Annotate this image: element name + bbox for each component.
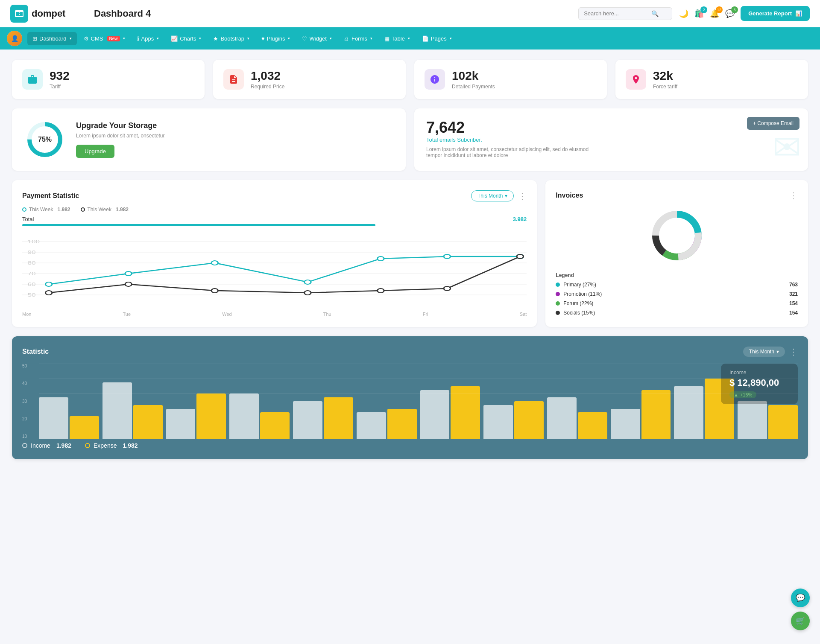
chevron-down-icon: ▾ [776, 349, 779, 355]
legend-promotion: Promotion (11%) 321 [556, 291, 798, 297]
legend-item-1: This Week 1.982 [22, 207, 70, 213]
svg-point-15 [125, 271, 132, 276]
generate-report-button[interactable]: Generate Report 📊 [741, 6, 810, 21]
bar-group [166, 393, 226, 439]
nav-item-bootstrap[interactable]: ★ Bootstrap ▾ [208, 32, 255, 45]
moon-icon[interactable]: 🌙 [679, 9, 688, 18]
legend-dot-dark [81, 207, 85, 212]
nav-item-widget[interactable]: ♡ Widget ▾ [297, 32, 337, 45]
nav-item-charts[interactable]: 📈 Charts ▾ [166, 32, 206, 45]
force-label: Force tariff [653, 84, 677, 90]
payments-icon [425, 69, 445, 90]
arrow-up-icon: ▲ [734, 392, 738, 397]
svg-text:90: 90 [27, 250, 35, 255]
upgrade-button[interactable]: Upgrade [76, 145, 114, 158]
invoices-donut [556, 206, 798, 265]
search-icon: 🔍 [651, 10, 659, 17]
email-description: Lorem ipsum dolor sit amet, consectetur … [426, 146, 597, 158]
payment-header: Payment Statistic This Month ▾ ⋮ [22, 190, 527, 201]
invoices-menu-button[interactable]: ⋮ [789, 190, 798, 201]
chat-icon-btn[interactable]: 💬 5 [725, 9, 735, 18]
invoices-title: Invoices [556, 192, 583, 199]
bar-group [39, 397, 99, 439]
svg-point-25 [378, 288, 384, 293]
storage-card: 75% Upgrade Your Storage Lorem ipsum dol… [12, 108, 406, 171]
legend-expense: Expense 1.982 [85, 442, 138, 449]
bar-yellow [514, 401, 544, 439]
stat-card-payments: 102k Detalled Payments [414, 60, 607, 99]
bar-group [738, 401, 798, 439]
payment-filter-button[interactable]: This Month ▾ [471, 190, 514, 201]
nav-item-pages[interactable]: 📄 Pages ▾ [417, 32, 457, 45]
bar-yellow [133, 405, 163, 439]
bar-white [166, 409, 196, 439]
legend-socials: Socials (15%) 154 [556, 310, 798, 316]
bar-chart-container [39, 364, 798, 439]
storage-percent: 75% [38, 136, 52, 143]
statistic-filter-button[interactable]: This Month ▾ [743, 347, 785, 357]
bar-yellow [70, 416, 99, 439]
svg-text:80: 80 [27, 260, 35, 265]
stat-card-price: 1,032 Required Price [213, 60, 406, 99]
svg-point-14 [45, 282, 52, 286]
email-number: 7,642 [426, 119, 796, 137]
bar-white [39, 397, 68, 439]
legend-primary: Primary (27%) 763 [556, 282, 798, 288]
stat-info-payments: 102k Detalled Payments [452, 69, 495, 90]
nav-item-forms[interactable]: 🖨 Forms ▾ [339, 32, 378, 45]
chevron-down-icon: ▾ [408, 36, 410, 41]
chat-badge: 5 [731, 6, 738, 13]
chevron-down-icon: ▾ [199, 36, 201, 41]
legend-dot-expense [85, 443, 90, 448]
bar-yellow [768, 405, 798, 439]
income-badge: ▲ +15% [729, 391, 756, 398]
logo-text: dompet [32, 8, 65, 19]
dot-promotion [556, 292, 560, 296]
search-input[interactable] [584, 10, 648, 17]
payment-chart: 100 90 80 70 60 50 [22, 233, 527, 310]
nav-item-cms[interactable]: ⚙ CMS New ▾ [79, 32, 130, 45]
svg-point-23 [211, 288, 218, 293]
nav-item-apps[interactable]: ℹ Apps ▾ [132, 32, 164, 45]
force-value: 32k [653, 69, 677, 83]
statistic-menu-button[interactable]: ⋮ [789, 347, 798, 357]
chevron-down-icon: ▾ [330, 36, 332, 41]
nav-item-table[interactable]: ▦ Table ▾ [379, 32, 415, 45]
nav-item-dashboard[interactable]: ⊞ Dashboard ▾ [27, 32, 77, 45]
payment-total-row: Total 3.982 [22, 216, 527, 222]
chevron-down-icon: ▾ [370, 36, 372, 41]
tariff-icon [22, 69, 43, 90]
bar-yellow [196, 393, 226, 439]
statistic-body: 50 40 30 20 10 Income [22, 364, 798, 439]
bell-icon-btn[interactable]: 🔔 12 [710, 9, 719, 18]
bell-badge: 12 [716, 6, 723, 13]
bar-yellow [578, 412, 607, 439]
svg-point-18 [378, 256, 384, 261]
statistic-legend: Income 1.982 Expense 1.982 [22, 442, 798, 449]
income-box: Income $ 12,890,00 ▲ +15% [721, 364, 798, 404]
bar-chart [39, 364, 798, 439]
tariff-label: Tariff [50, 84, 70, 90]
payment-progress-bar [22, 224, 375, 226]
payments-label: Detalled Payments [452, 84, 495, 90]
shop-badge: 2 [700, 6, 707, 13]
bar-white [229, 393, 259, 439]
shop-icon-btn[interactable]: 🛍️ 2 [694, 9, 704, 18]
statistic-title: Statistic [22, 348, 49, 356]
payment-menu-button[interactable]: ⋮ [518, 191, 527, 201]
y-axis-labels: 50 40 30 20 10 [22, 364, 27, 439]
legend-title: Legend [556, 272, 798, 278]
bar-yellow [260, 412, 290, 439]
stat-info-tariff: 932 Tariff [50, 69, 70, 90]
x-labels: Mon Tue Wed Thu Fri Sat [22, 312, 527, 317]
chevron-down-icon: ▾ [288, 36, 290, 41]
nav-item-plugins[interactable]: ♥ Plugins ▾ [256, 32, 295, 45]
main-content: 932 Tariff 1,032 Required Price 102k Det… [0, 50, 820, 469]
invoices-legend: Primary (27%) 763 Promotion (11%) 321 Fo… [556, 282, 798, 316]
bar-white [293, 401, 322, 439]
dot-socials [556, 311, 560, 315]
storage-desc: Lorem ipsum dolor sit amet, onsectetur. [76, 133, 166, 139]
bar-white [357, 412, 386, 439]
stat-card-force: 32k Force tariff [615, 60, 808, 99]
chevron-down-icon: ▾ [123, 36, 125, 41]
